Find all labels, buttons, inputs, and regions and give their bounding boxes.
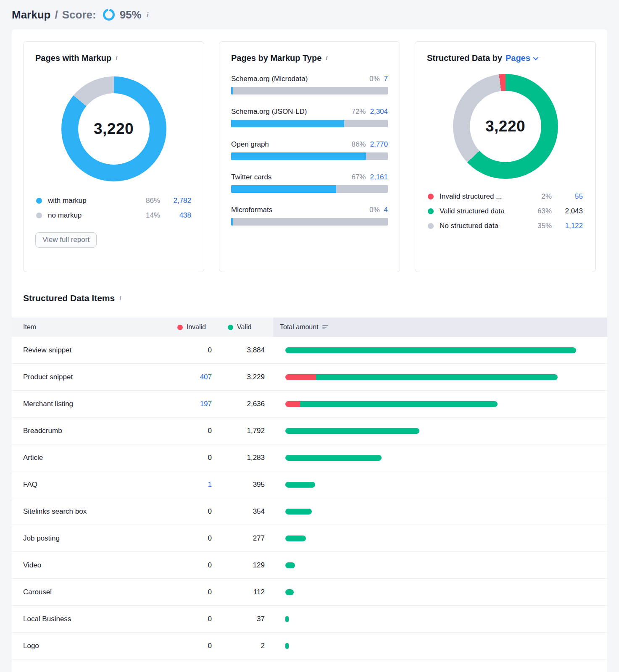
legend-percent: 86% [138,197,160,205]
legend-dot-icon [428,194,434,200]
total-amount-bar [285,455,382,461]
table-row: Logo02 [12,633,607,659]
legend-label: no markup [48,211,138,220]
valid-cell: 1,792 [212,427,265,435]
card-pages-by-markup-type: Pages by Markup Type i Schema.org (Micro… [219,41,400,272]
item-name: Sitelinks search box [12,507,150,516]
valid-cell: 112 [212,588,265,596]
markup-type-value-link[interactable]: 2,161 [370,173,388,181]
markup-type-percent: 0% [369,206,380,214]
invalid-cell: 0 [150,615,212,623]
bar-track [285,428,576,434]
legend-value[interactable]: 55 [552,192,583,201]
table-row: Product snippet4073,229 [12,364,607,391]
total-amount-cell [265,482,607,488]
column-header-total-amount[interactable]: Total amount [273,318,607,337]
markup-type-row: Open graph86%2,770 [231,140,388,160]
valid-cell: 1,283 [212,454,265,462]
invalid-count: 0 [208,427,212,435]
invalid-cell: 0 [150,507,212,516]
legend-value[interactable]: 2,782 [160,197,191,205]
info-icon[interactable]: i [326,55,327,61]
markup-type-value-link[interactable]: 2,770 [370,140,388,149]
invalid-count-link[interactable]: 197 [200,400,212,408]
legend-row: with markup86%2,782 [36,197,191,205]
bar-track [285,643,576,649]
valid-count: 1,283 [247,454,265,462]
table-row: Job posting0277 [12,525,607,552]
markup-type-label: Schema.org (Microdata) [231,75,369,83]
bar-track [285,482,576,488]
invalid-cell: 0 [150,346,212,354]
invalid-cell: 197 [150,400,212,408]
legend-percent: 14% [138,211,160,220]
chevron-down-icon [533,55,538,60]
valid-count: 2,636 [247,400,265,408]
table-row: Breadcrumb01,792 [12,417,607,444]
table-row: Carousel0112 [12,579,607,606]
markup-type-value-link[interactable]: 7 [384,75,388,83]
item-name: Logo [12,642,150,650]
markup-type-percent: 72% [351,108,366,116]
markup-type-value-link[interactable]: 2,304 [370,108,388,116]
progress-fill [231,185,336,193]
bar-track [285,509,576,514]
valid-count: 277 [253,534,265,542]
structured-data-by-selector[interactable]: Pages [506,53,537,63]
item-name: Job posting [12,534,150,543]
structured-data-legend: Invalid structured ...2%55Valid structur… [427,192,584,230]
item-name: FAQ [12,480,150,489]
valid-count: 3,884 [247,346,265,354]
progress-track [231,87,388,94]
item-name: Video [12,561,150,570]
valid-count: 1,792 [247,427,265,435]
total-amount-bar [285,616,289,622]
table-row: Merchant listing1972,636 [12,391,607,417]
progress-track [231,218,388,226]
legend-value[interactable]: 438 [160,211,191,220]
legend-row: no markup14%438 [36,211,191,220]
item-name: Carousel [12,588,150,596]
invalid-count: 0 [208,534,212,542]
valid-bar-segment [285,616,289,622]
bar-track [285,374,576,380]
table-row: FAQ1395 [12,471,607,498]
valid-bar-segment [316,374,558,380]
legend-row: Valid structured data63%2,043 [428,207,583,215]
invalid-count-link[interactable]: 1 [208,480,212,488]
valid-count: 395 [253,480,265,488]
table-row: Video0129 [12,552,607,579]
total-amount-bar [285,509,312,514]
table-header: Item Invalid Valid Total amount [12,318,607,337]
valid-dot-icon [228,325,233,330]
markup-type-row: Schema.org (JSON-LD)72%2,304 [231,108,388,127]
progress-fill [231,218,233,226]
legend-value[interactable]: 1,122 [552,222,583,230]
valid-cell: 3,884 [212,346,265,354]
legend-dot-icon [428,223,434,229]
view-full-report-button[interactable]: View full report [35,232,97,248]
column-header-invalid: Invalid [150,318,212,337]
score-ring-icon [103,9,115,21]
bar-track [285,589,576,595]
info-icon[interactable]: i [116,55,117,61]
total-amount-bar [285,401,498,407]
info-icon[interactable]: i [147,11,149,18]
total-amount-cell [265,643,607,649]
valid-bar-segment [285,536,306,541]
section-title: Structured Data Items [23,293,115,303]
invalid-cell: 0 [150,427,212,435]
donut-total: 3,220 [453,74,558,179]
markup-type-percent: 86% [351,140,366,149]
invalid-bar-segment [285,374,316,380]
invalid-count-link[interactable]: 407 [200,373,212,381]
column-header-valid: Valid [212,318,265,337]
markup-type-label: Microformats [231,206,369,214]
markup-type-value-link[interactable]: 4 [384,206,388,214]
table-row: Review snippet03,884 [12,337,607,364]
info-icon[interactable]: i [119,295,121,302]
valid-cell: 2,636 [212,400,265,408]
valid-count: 2 [261,642,265,650]
invalid-dot-icon [177,325,183,330]
invalid-count: 0 [208,454,212,462]
